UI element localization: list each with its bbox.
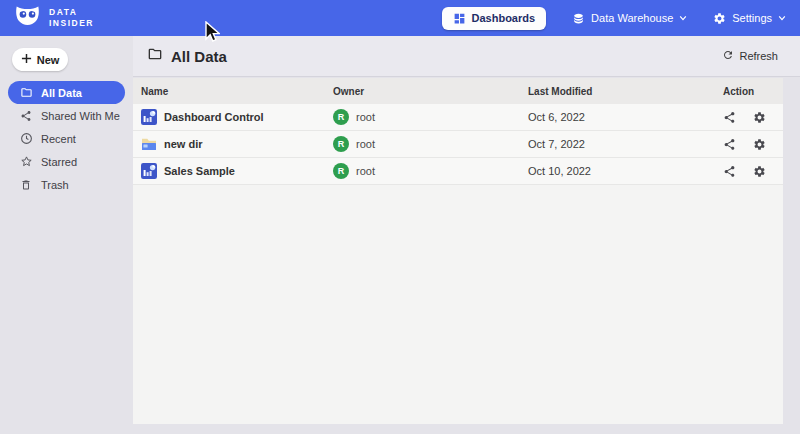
gear-icon [713, 12, 726, 25]
last-modified-date: Oct 6, 2022 [528, 111, 723, 123]
sidebar-item-label: Recent [41, 133, 76, 145]
refresh-label: Refresh [739, 50, 778, 62]
page-title: All Data [171, 48, 227, 65]
new-button-label: New [37, 54, 60, 66]
share-icon[interactable] [723, 165, 736, 178]
file-name: Sales Sample [164, 165, 235, 177]
chevron-down-icon [679, 14, 687, 22]
data-table-card: Name Owner Last Modified Action Dashboar… [133, 78, 783, 424]
sidebar-item-recent[interactable]: Recent [8, 127, 125, 150]
owner-name: root [356, 165, 375, 177]
gear-icon[interactable] [753, 111, 766, 124]
sidebar-item-label: Trash [41, 179, 69, 191]
gear-icon[interactable] [753, 165, 766, 178]
plus-icon [21, 53, 32, 66]
refresh-button[interactable]: Refresh [722, 49, 778, 63]
logo-text-line1: DATA [49, 7, 94, 18]
clock-icon [20, 132, 33, 145]
settings-label: Settings [732, 12, 772, 24]
column-header-last-modified: Last Modified [528, 86, 723, 97]
dashboard-file-icon [141, 109, 157, 125]
refresh-icon [722, 49, 734, 63]
sidebar-item-label: Shared With Me [41, 110, 120, 122]
column-header-name: Name [141, 86, 333, 97]
dashboard-grid-icon [453, 12, 466, 25]
column-header-action: Action [723, 86, 775, 97]
folder-icon [20, 86, 33, 99]
table-header-row: Name Owner Last Modified Action [133, 78, 783, 104]
column-header-owner: Owner [333, 86, 528, 97]
owner-name: root [356, 111, 375, 123]
sidebar-item-all-data[interactable]: All Data [8, 81, 125, 104]
owner-avatar: R [333, 163, 349, 179]
share-icon [20, 109, 33, 122]
new-button[interactable]: New [12, 48, 68, 71]
main-header: All Data Refresh [133, 36, 800, 77]
settings-menu[interactable]: Settings [713, 12, 786, 25]
trash-icon [20, 178, 33, 191]
sidebar-item-label: All Data [41, 87, 82, 99]
table-body: Dashboard Control R root Oct 6, 2022 new… [133, 104, 783, 185]
chevron-down-icon [778, 14, 786, 22]
share-icon[interactable] [723, 138, 736, 151]
sidebar-item-label: Starred [41, 156, 77, 168]
top-navbar: DATA INSIDER Dashboards Data Warehouse [0, 0, 800, 36]
table-row[interactable]: new dir R root Oct 7, 2022 [133, 131, 783, 158]
dashboard-file-icon [141, 163, 157, 179]
sidebar-item-shared-with-me[interactable]: Shared With Me [8, 104, 125, 127]
database-icon [572, 12, 585, 25]
gear-icon[interactable] [753, 138, 766, 151]
dashboards-button[interactable]: Dashboards [442, 7, 547, 30]
dashboards-label: Dashboards [472, 12, 536, 24]
folder-icon [147, 46, 163, 66]
last-modified-date: Oct 7, 2022 [528, 138, 723, 150]
sidebar-item-trash[interactable]: Trash [8, 173, 125, 196]
share-icon[interactable] [723, 111, 736, 124]
data-warehouse-menu[interactable]: Data Warehouse [572, 12, 687, 25]
table-row[interactable]: Sales Sample R root Oct 10, 2022 [133, 158, 783, 185]
logo-text-line2: INSIDER [49, 18, 94, 29]
sidebar: New All Data Shared With Me Recent [0, 36, 133, 434]
star-icon [20, 155, 33, 168]
file-name: Dashboard Control [164, 111, 264, 123]
owl-logo-icon [14, 5, 41, 32]
table-row[interactable]: Dashboard Control R root Oct 6, 2022 [133, 104, 783, 131]
last-modified-date: Oct 10, 2022 [528, 165, 723, 177]
owner-avatar: R [333, 136, 349, 152]
owner-name: root [356, 138, 375, 150]
sidebar-item-starred[interactable]: Starred [8, 150, 125, 173]
file-name: new dir [164, 138, 203, 150]
folder-file-icon [141, 136, 157, 152]
owner-avatar: R [333, 109, 349, 125]
content-area: Name Owner Last Modified Action Dashboar… [133, 77, 800, 434]
data-warehouse-label: Data Warehouse [591, 12, 673, 24]
app-logo: DATA INSIDER [14, 5, 94, 32]
